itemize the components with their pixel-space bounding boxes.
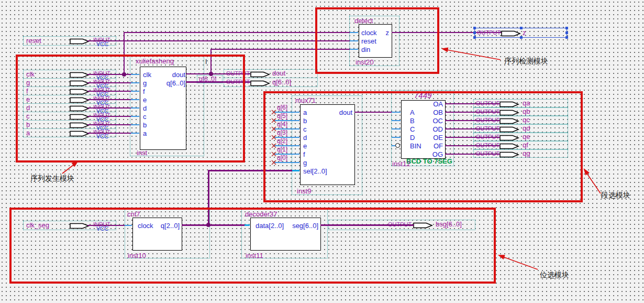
output-pin-z-selected[interactable]: OUTPUT z <box>474 28 567 38</box>
output-type-text: OUTPUT <box>477 29 501 36</box>
annotation-label-generator[interactable]: 序列发生模块 <box>30 174 74 183</box>
output-pin-arrow-icon <box>501 30 521 37</box>
input-pin-arrow-icon <box>70 38 90 45</box>
pin-label: reset <box>26 37 41 45</box>
vcc-text: VCC <box>96 41 108 47</box>
annotation-box-digit[interactable] <box>9 208 496 284</box>
annotation-box-detector[interactable] <box>315 7 439 74</box>
annotation-label-digit[interactable]: 位选模块 <box>540 270 569 280</box>
annotation-label-segment[interactable]: 段选模块 <box>601 191 630 200</box>
selection-handle[interactable] <box>473 27 476 29</box>
pin-label: q[6..0] <box>272 79 291 86</box>
output-pin-arrow-icon <box>250 80 270 86</box>
output-pin-arrow-icon <box>250 71 270 78</box>
annotation-box-segment[interactable] <box>263 91 583 202</box>
wire-reset-to-detect[interactable] <box>87 40 350 41</box>
pin-label: z <box>523 29 526 37</box>
pin-label: dout <box>272 70 285 77</box>
selection-handle[interactable] <box>473 31 476 34</box>
selection-handle[interactable] <box>520 27 523 29</box>
selection-handle[interactable] <box>565 27 568 29</box>
annotation-box-generator[interactable] <box>16 55 245 163</box>
selection-handle[interactable] <box>565 31 568 34</box>
selection-handle[interactable] <box>520 36 523 39</box>
schematic-canvas: xuliefasheng clk g f e d c b a dout q[6.… <box>0 0 644 303</box>
selection-handle[interactable] <box>565 36 568 39</box>
annotation-label-detector[interactable]: 序列检测模块 <box>504 57 548 66</box>
selection-handle[interactable] <box>473 36 476 39</box>
